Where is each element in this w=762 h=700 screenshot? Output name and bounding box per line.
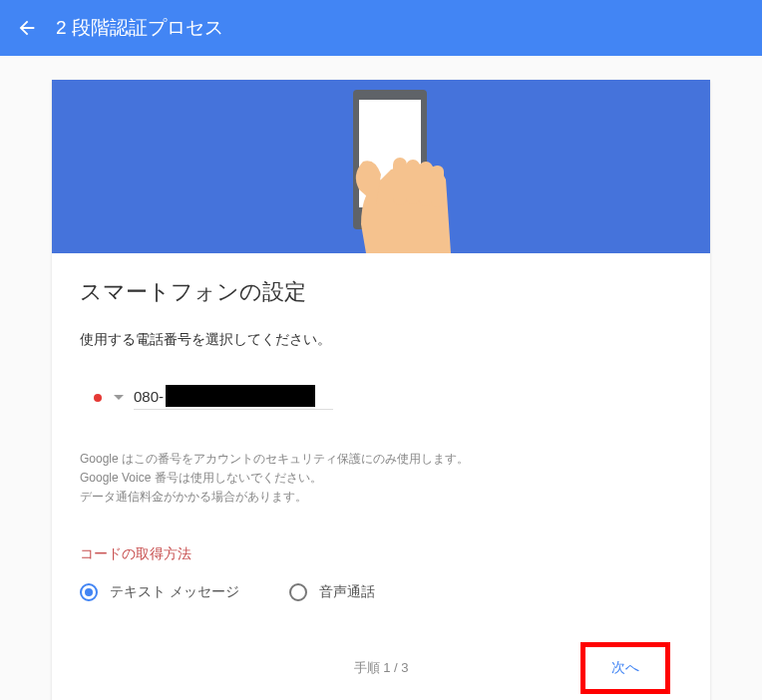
svg-rect-5: [431, 166, 444, 207]
phone-input[interactable]: 080-: [134, 385, 333, 410]
phone-number-prefix: 080-: [134, 388, 164, 405]
radio-label-voice: 音声通話: [319, 583, 375, 601]
phone-number-redacted: [166, 385, 315, 407]
disclaimer-line-3: データ通信料金がかかる場合があります。: [80, 488, 682, 507]
page-title: 2 段階認証プロセス: [56, 15, 223, 41]
app-header: 2 段階認証プロセス: [0, 0, 762, 56]
card-footer: 手順 1 / 3 次へ: [80, 651, 682, 685]
highlight-box: 次へ: [580, 642, 670, 694]
svg-rect-6: [393, 158, 407, 205]
radio-text-message[interactable]: テキスト メッセージ: [80, 583, 239, 601]
disclaimer-text: Google はこの番号をアカウントのセキュリティ保護にのみ使用します。 Goo…: [80, 450, 682, 508]
method-title: コードの取得方法: [80, 545, 682, 563]
section-title: スマートフォンの設定: [80, 277, 682, 307]
country-flag-icon: [94, 394, 102, 402]
phone-hand-illustration: [281, 80, 481, 253]
instruction-text: 使用する電話番号を選択してください。: [80, 331, 682, 349]
code-method-radio-group: テキスト メッセージ 音声通話: [80, 583, 682, 601]
radio-label-text: テキスト メッセージ: [110, 583, 239, 601]
content-area: スマートフォンの設定 使用する電話番号を選択してください。 080- Googl…: [52, 253, 710, 700]
radio-unchecked-icon: [289, 583, 307, 601]
disclaimer-line-2: Google Voice 番号は使用しないでください。: [80, 469, 682, 488]
back-arrow-icon[interactable]: [16, 17, 38, 39]
svg-rect-3: [406, 160, 420, 204]
radio-voice-call[interactable]: 音声通話: [289, 583, 375, 601]
chevron-down-icon: [114, 395, 124, 400]
step-indicator: 手順 1 / 3: [354, 659, 409, 677]
hero-banner: [52, 80, 710, 253]
phone-selector[interactable]: 080-: [94, 385, 682, 410]
next-button[interactable]: 次へ: [593, 651, 657, 685]
radio-checked-icon: [80, 583, 98, 601]
setup-card: スマートフォンの設定 使用する電話番号を選択してください。 080- Googl…: [52, 80, 710, 700]
disclaimer-line-1: Google はこの番号をアカウントのセキュリティ保護にのみ使用します。: [80, 450, 682, 469]
svg-rect-4: [419, 162, 433, 206]
